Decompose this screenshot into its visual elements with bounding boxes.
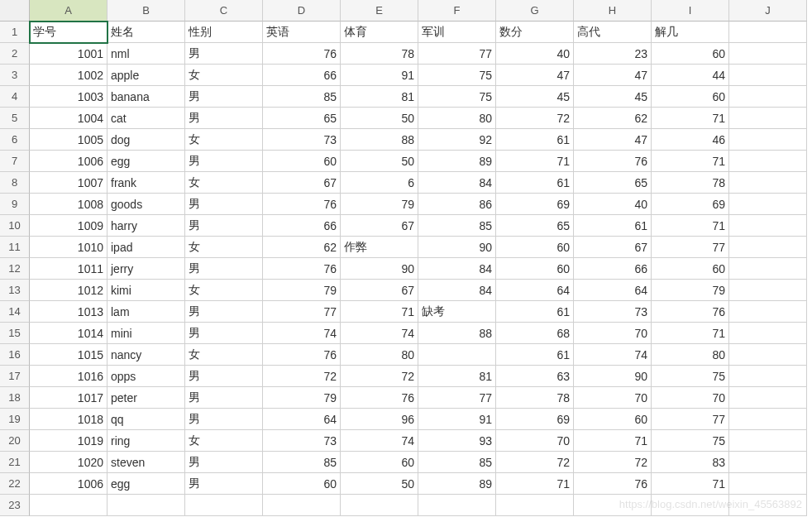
cell-I19[interactable]: 77 [652, 409, 729, 430]
cell-C12[interactable]: 男 [185, 258, 263, 280]
cell-H10[interactable]: 61 [574, 215, 652, 237]
cell-G15[interactable]: 68 [496, 323, 574, 344]
cell-F15[interactable]: 88 [418, 323, 496, 344]
cell-B21[interactable]: steven [107, 452, 185, 473]
cell-G11[interactable]: 60 [496, 237, 574, 258]
cell-C14[interactable]: 男 [185, 301, 263, 323]
cell-C11[interactable]: 女 [185, 237, 263, 258]
cell-F18[interactable]: 77 [418, 387, 496, 409]
cell-E8[interactable]: 6 [341, 172, 418, 194]
cell-J2[interactable] [729, 43, 807, 65]
cell-I2[interactable]: 60 [652, 43, 729, 65]
cell-H17[interactable]: 90 [574, 366, 652, 387]
cell-E19[interactable]: 96 [341, 409, 418, 430]
cell-G21[interactable]: 72 [496, 452, 574, 473]
cell-G20[interactable]: 70 [496, 430, 574, 452]
cell-E17[interactable]: 72 [341, 366, 418, 387]
row-header-14[interactable]: 14 [0, 301, 30, 323]
column-header-F[interactable]: F [418, 0, 496, 22]
row-header-3[interactable]: 3 [0, 65, 30, 86]
column-header-H[interactable]: H [574, 0, 652, 22]
cell-D2[interactable]: 76 [263, 43, 341, 65]
cell-A3[interactable]: 1002 [30, 65, 107, 86]
cell-G19[interactable]: 69 [496, 409, 574, 430]
cell-E16[interactable]: 80 [341, 344, 418, 366]
cell-D1[interactable]: 英语 [263, 22, 341, 43]
cell-B20[interactable]: ring [107, 430, 185, 452]
column-header-J[interactable]: J [729, 0, 807, 22]
cell-D4[interactable]: 85 [263, 86, 341, 108]
cell-C8[interactable]: 女 [185, 172, 263, 194]
cell-A2[interactable]: 1001 [30, 43, 107, 65]
cell-J17[interactable] [729, 366, 807, 387]
cell-J18[interactable] [729, 387, 807, 409]
cell-G5[interactable]: 72 [496, 108, 574, 129]
cell-I7[interactable]: 71 [652, 151, 729, 172]
cell-E11[interactable]: 作弊 [341, 237, 418, 258]
cell-C15[interactable]: 男 [185, 323, 263, 344]
row-header-1[interactable]: 1 [0, 22, 30, 43]
row-header-21[interactable]: 21 [0, 452, 30, 473]
cell-E15[interactable]: 74 [341, 323, 418, 344]
cell-B4[interactable]: banana [107, 86, 185, 108]
cell-E2[interactable]: 78 [341, 43, 418, 65]
cell-D17[interactable]: 72 [263, 366, 341, 387]
cell-H14[interactable]: 73 [574, 301, 652, 323]
cell-G12[interactable]: 60 [496, 258, 574, 280]
cell-F23[interactable] [418, 495, 496, 516]
cell-C10[interactable]: 男 [185, 215, 263, 237]
cell-I5[interactable]: 71 [652, 108, 729, 129]
cell-A20[interactable]: 1019 [30, 430, 107, 452]
cell-F11[interactable]: 90 [418, 237, 496, 258]
cell-G6[interactable]: 61 [496, 129, 574, 151]
cell-B6[interactable]: dog [107, 129, 185, 151]
cell-B16[interactable]: nancy [107, 344, 185, 366]
cell-B23[interactable] [107, 495, 185, 516]
row-header-11[interactable]: 11 [0, 237, 30, 258]
cell-I10[interactable]: 71 [652, 215, 729, 237]
cell-B11[interactable]: ipad [107, 237, 185, 258]
cell-G16[interactable]: 61 [496, 344, 574, 366]
cell-D5[interactable]: 65 [263, 108, 341, 129]
cell-A19[interactable]: 1018 [30, 409, 107, 430]
row-header-16[interactable]: 16 [0, 344, 30, 366]
cell-A5[interactable]: 1004 [30, 108, 107, 129]
row-header-6[interactable]: 6 [0, 129, 30, 151]
cell-D10[interactable]: 66 [263, 215, 341, 237]
cell-A16[interactable]: 1015 [30, 344, 107, 366]
row-header-5[interactable]: 5 [0, 108, 30, 129]
cell-F16[interactable] [418, 344, 496, 366]
cell-H4[interactable]: 45 [574, 86, 652, 108]
cell-D15[interactable]: 74 [263, 323, 341, 344]
cell-G22[interactable]: 71 [496, 473, 574, 495]
cell-F8[interactable]: 84 [418, 172, 496, 194]
cell-D19[interactable]: 64 [263, 409, 341, 430]
cell-G14[interactable]: 61 [496, 301, 574, 323]
cell-E13[interactable]: 67 [341, 280, 418, 301]
cell-B3[interactable]: apple [107, 65, 185, 86]
cell-F3[interactable]: 75 [418, 65, 496, 86]
cell-F14[interactable]: 缺考 [418, 301, 496, 323]
cell-A6[interactable]: 1005 [30, 129, 107, 151]
cell-G18[interactable]: 78 [496, 387, 574, 409]
cell-J10[interactable] [729, 215, 807, 237]
column-header-B[interactable]: B [107, 0, 185, 22]
cell-A10[interactable]: 1009 [30, 215, 107, 237]
cell-B17[interactable]: opps [107, 366, 185, 387]
cell-I23[interactable] [652, 495, 729, 516]
cell-G1[interactable]: 数分 [496, 22, 574, 43]
cell-G23[interactable] [496, 495, 574, 516]
cell-C3[interactable]: 女 [185, 65, 263, 86]
cell-J1[interactable] [729, 22, 807, 43]
cell-C23[interactable] [185, 495, 263, 516]
cell-J13[interactable] [729, 280, 807, 301]
cell-A14[interactable]: 1013 [30, 301, 107, 323]
cell-H22[interactable]: 76 [574, 473, 652, 495]
cell-F21[interactable]: 85 [418, 452, 496, 473]
cell-B8[interactable]: frank [107, 172, 185, 194]
cell-B14[interactable]: lam [107, 301, 185, 323]
cell-F17[interactable]: 81 [418, 366, 496, 387]
cell-E1[interactable]: 体育 [341, 22, 418, 43]
row-header-20[interactable]: 20 [0, 430, 30, 452]
cell-H8[interactable]: 65 [574, 172, 652, 194]
